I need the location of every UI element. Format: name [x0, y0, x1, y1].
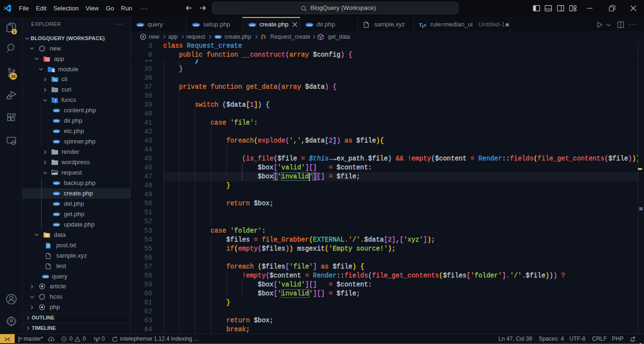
svg-text:php: php — [54, 109, 60, 112]
svg-text:x: x — [57, 101, 58, 104]
svg-text:php: php — [307, 24, 312, 26]
svg-text:php: php — [54, 182, 60, 185]
svg-text:php: php — [54, 213, 60, 216]
svg-text:php: php — [54, 119, 60, 122]
svg-text:php: php — [137, 24, 143, 26]
svg-text:php: php — [215, 35, 221, 38]
svg-text:php: php — [54, 130, 60, 133]
svg-text:php: php — [54, 192, 60, 195]
svg-text:php: php — [54, 223, 60, 226]
svg-text:php: php — [43, 275, 49, 278]
svg-text:php: php — [54, 202, 60, 205]
svg-text:php: php — [54, 140, 60, 143]
svg-text:x: x — [424, 22, 426, 27]
svg-text:php: php — [249, 24, 255, 26]
svg-text:php: php — [193, 24, 199, 26]
